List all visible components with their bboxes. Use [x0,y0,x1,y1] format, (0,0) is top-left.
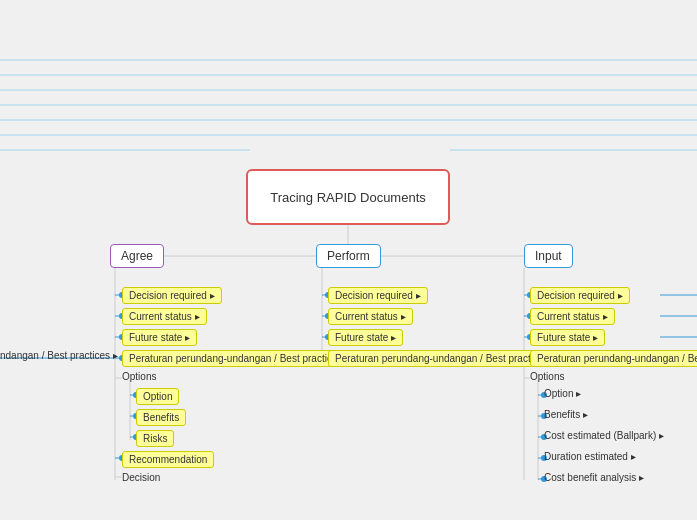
agree-peraturan[interactable]: Peraturan perundang-undangan / Best prac… [122,350,349,367]
input-current-status[interactable]: Current status ▸ [530,308,615,325]
input-option: Option ▸ [544,388,581,399]
input-cost-benefit: Cost benefit analysis ▸ [544,472,644,483]
agree-current-status[interactable]: Current status ▸ [122,308,207,325]
perform-peraturan[interactable]: Peraturan perundang-undangan / Best prac… [328,350,555,367]
central-node[interactable]: Tracing RAPID Documents [246,169,450,225]
central-node-label: Tracing RAPID Documents [270,190,426,205]
category-input[interactable]: Input [524,244,573,268]
agree-future-state[interactable]: Future state ▸ [122,329,197,346]
category-input-label: Input [535,249,562,263]
input-future-state[interactable]: Future state ▸ [530,329,605,346]
perform-future-state[interactable]: Future state ▸ [328,329,403,346]
left-edge-item: ndangan / Best practices ▸ [0,350,118,361]
agree-option[interactable]: Option [136,388,179,405]
canvas: Tracing RAPID Documents Agree Perform In… [0,0,697,520]
agree-decision-text: Decision [122,472,160,483]
category-agree[interactable]: Agree [110,244,164,268]
input-duration-estimated: Duration estimated ▸ [544,451,636,462]
perform-decision-required[interactable]: Decision required ▸ [328,287,428,304]
category-agree-label: Agree [121,249,153,263]
agree-decision-required[interactable]: Decision required ▸ [122,287,222,304]
input-options-label: Options [530,371,564,382]
agree-recommendation[interactable]: Recommendation [122,451,214,468]
agree-benefits[interactable]: Benefits [136,409,186,426]
agree-risks[interactable]: Risks [136,430,174,447]
input-decision-required[interactable]: Decision required ▸ [530,287,630,304]
input-benefits: Benefits ▸ [544,409,588,420]
perform-current-status[interactable]: Current status ▸ [328,308,413,325]
category-perform[interactable]: Perform [316,244,381,268]
agree-options-label: Options [122,371,156,382]
input-cost-estimated: Cost estimated (Ballpark) ▸ [544,430,664,441]
category-perform-label: Perform [327,249,370,263]
input-peraturan[interactable]: Peraturan perundang-undangan / Best prac… [530,350,697,367]
